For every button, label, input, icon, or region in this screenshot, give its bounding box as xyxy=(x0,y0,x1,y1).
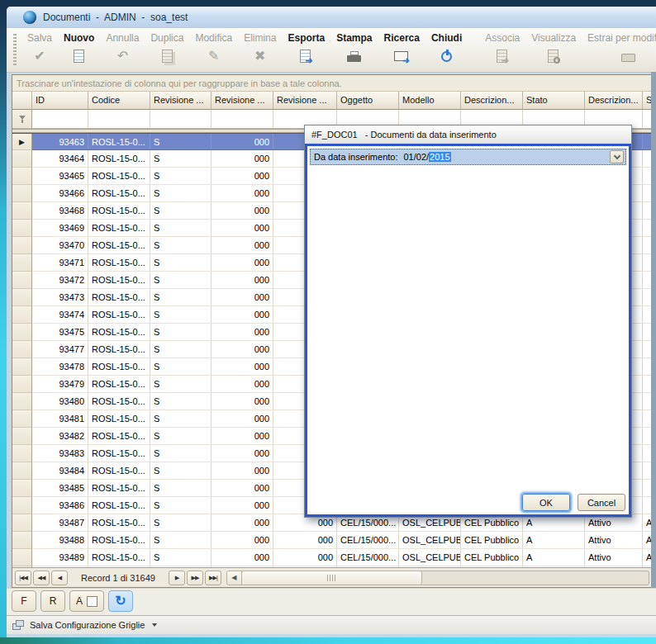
toolbar-button-ricerca[interactable]: Ricerca➜ xyxy=(378,31,425,68)
column-header-modello[interactable]: Modello xyxy=(399,92,461,110)
chevron-down-icon[interactable] xyxy=(152,623,157,627)
toolbar-button-stampa[interactable]: Stampa xyxy=(330,31,378,68)
row-indicator[interactable] xyxy=(12,306,32,324)
date-from-field[interactable]: Da data inserimento: 01/02/2015 xyxy=(310,149,626,165)
row-indicator[interactable] xyxy=(12,168,32,185)
column-header-rev1[interactable]: Revisione ... xyxy=(150,92,212,110)
save-grid-config-button[interactable]: Salva Configurazione Griglie xyxy=(30,620,145,630)
table-row[interactable]: 93488ROSL-15-0...S000000CEL/15/000...OSL… xyxy=(12,532,652,549)
column-header-rev3[interactable]: Revisione ... xyxy=(273,92,337,110)
row-indicator[interactable] xyxy=(12,480,32,497)
cell-id: 93472 xyxy=(32,272,88,288)
first-record-button[interactable]: |◀◀ xyxy=(15,571,31,585)
row-indicator[interactable] xyxy=(12,462,32,480)
date-input[interactable]: 01/02/2015 xyxy=(404,152,451,162)
cell-codice: ROSL-15-0... xyxy=(88,428,150,444)
scrollbar-thumb[interactable] xyxy=(242,571,422,585)
column-header-codice[interactable]: Codice xyxy=(88,92,150,110)
row-indicator[interactable] xyxy=(12,428,32,445)
next-record-button[interactable]: ▶ xyxy=(169,571,185,585)
column-header-stato[interactable]: Stato xyxy=(523,92,585,110)
prev-record-button[interactable]: ◀ xyxy=(51,571,68,585)
app-icon[interactable] xyxy=(23,11,36,24)
column-header-id[interactable]: ID xyxy=(32,92,88,110)
cell-codice: ROSL-15-0... xyxy=(88,237,150,253)
filter-cell-rev2[interactable] xyxy=(212,110,273,129)
bottom-button-a[interactable]: A xyxy=(69,590,104,612)
toolbar-button-label: Salva xyxy=(27,31,52,45)
date-dropdown-button[interactable] xyxy=(610,150,624,163)
row-indicator[interactable] xyxy=(12,272,32,289)
next-page-button[interactable]: ▶▶ xyxy=(187,571,203,585)
bottom-button-r[interactable]: R xyxy=(40,590,65,612)
column-header-oggetto[interactable]: Oggetto xyxy=(337,92,399,110)
row-indicator[interactable] xyxy=(12,254,32,272)
filter-cell-id[interactable] xyxy=(32,110,88,129)
row-indicator[interactable] xyxy=(12,237,32,254)
ok-button[interactable]: OK xyxy=(522,494,570,511)
toolbar-button-label: Stampa xyxy=(336,31,372,45)
cell-rev2: 000 xyxy=(212,376,273,392)
table-row[interactable]: 93489ROSL-15-0...S000000CEL/15/000...OSL… xyxy=(12,549,652,566)
dialog-titlebar[interactable]: #F_DOC01 - Documenti da data inserimento xyxy=(305,125,631,144)
toolbar-button-elimina[interactable]: Elimina✖ xyxy=(238,31,282,68)
cell-rev1: S xyxy=(150,514,212,531)
filter-cell-rev1[interactable] xyxy=(150,110,212,129)
row-indicator[interactable]: ▶ xyxy=(12,134,32,150)
row-indicator[interactable] xyxy=(12,514,32,532)
toolbar-button-chiudi[interactable]: Chiudi xyxy=(425,31,468,68)
cancel-button[interactable]: Cancel xyxy=(578,494,625,511)
prev-page-button[interactable]: ◀◀ xyxy=(33,571,50,585)
scroll-left-button[interactable]: ◀ xyxy=(227,571,242,585)
column-header-descr2[interactable]: Descrizion... xyxy=(585,92,643,110)
row-indicator[interactable] xyxy=(12,289,32,306)
row-indicator[interactable] xyxy=(12,185,32,202)
toolbar-button-associa[interactable]: Associa➜ xyxy=(479,31,525,68)
row-indicator[interactable] xyxy=(12,410,32,428)
column-header-sel[interactable] xyxy=(12,92,32,110)
toolbar-button-modifica[interactable]: Modifica✎ xyxy=(189,31,238,68)
filter-cell-codice[interactable] xyxy=(88,110,150,129)
toolbar-button-label: Ricerca xyxy=(384,31,420,45)
horizontal-scrollbar[interactable]: ◀ xyxy=(226,571,649,585)
row-indicator[interactable] xyxy=(12,549,32,566)
row-indicator[interactable] xyxy=(12,150,32,168)
toolbar-button-nuovo[interactable]: Nuovo xyxy=(58,31,100,68)
row-indicator[interactable] xyxy=(12,445,32,462)
column-header-rev2[interactable]: Revisione ... xyxy=(212,92,273,110)
cell-modello: OSL_CELPUB xyxy=(399,532,461,548)
refresh-button[interactable]: ↻ xyxy=(108,590,133,612)
cell-rev1: S xyxy=(150,532,212,548)
bottom-button-f[interactable]: F xyxy=(12,590,36,612)
cell-id: 93481 xyxy=(32,410,88,427)
row-indicator[interactable] xyxy=(12,220,32,237)
doc-new-icon xyxy=(70,45,88,67)
toolbar-button-duplica[interactable]: Duplica xyxy=(145,31,189,68)
dialog-client-area: Da data inserimento: 01/02/2015 OK Cance… xyxy=(305,144,631,517)
cell-codice: ROSL-15-0... xyxy=(88,393,150,410)
row-indicator[interactable] xyxy=(12,324,32,341)
toolbar-button-esporta[interactable]: Esporta➜ xyxy=(282,31,330,68)
row-indicator[interactable] xyxy=(12,497,32,514)
cell-id: 93484 xyxy=(32,462,88,479)
column-header-descr1[interactable]: Descrizion... xyxy=(461,92,523,110)
cell-id: 93471 xyxy=(32,254,88,271)
toolbar-button-visualizza[interactable]: Visualizza xyxy=(525,31,582,68)
last-record-button[interactable]: ▶▶| xyxy=(205,571,221,585)
toolbar-button-label: Nuovo xyxy=(64,31,94,45)
toolbar-button-annulla[interactable]: Annulla↶ xyxy=(100,31,145,68)
record-count-label: Record 1 di 31649 xyxy=(81,573,155,583)
row-indicator[interactable] xyxy=(12,376,32,393)
row-indicator[interactable] xyxy=(12,532,32,549)
row-indicator[interactable] xyxy=(12,393,32,410)
toolbar-grip-handle[interactable] xyxy=(13,34,17,67)
row-indicator[interactable] xyxy=(12,202,32,220)
window-titlebar[interactable]: Documenti - ADMIN - soa_test xyxy=(7,7,656,28)
cell-id: 93475 xyxy=(32,324,88,340)
toolbar-button-estrai[interactable]: Estrai per modifica xyxy=(582,31,656,68)
toolbar-button-salva[interactable]: Salva✔ xyxy=(21,31,58,68)
row-indicator[interactable] xyxy=(12,341,32,358)
cell-codice: ROSL-15-0... xyxy=(88,462,150,479)
checkbox[interactable] xyxy=(87,596,97,607)
row-indicator[interactable] xyxy=(12,358,32,376)
